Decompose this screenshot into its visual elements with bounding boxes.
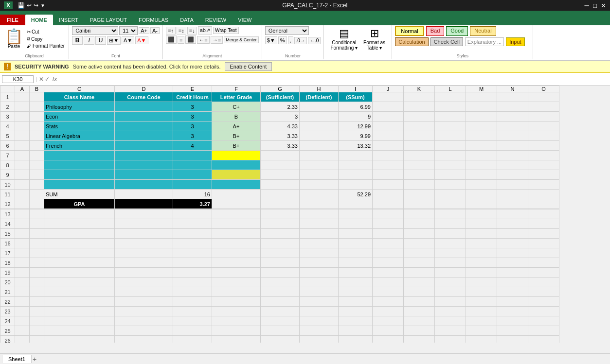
tab-page-layout[interactable]: PAGE LAYOUT bbox=[84, 15, 133, 25]
cell-h1[interactable]: (Deficient) bbox=[300, 92, 339, 102]
tab-formulas[interactable]: FORMULAS bbox=[133, 15, 174, 25]
style-neutral[interactable]: Neutral bbox=[470, 26, 496, 36]
format-as-table-btn[interactable]: ⊞ Format as Table ▾ bbox=[361, 26, 387, 52]
row-header[interactable]: 17 bbox=[0, 248, 15, 258]
indent-increase-btn[interactable]: →≡ bbox=[211, 36, 223, 44]
quick-dropdown[interactable]: ▼ bbox=[40, 3, 45, 8]
cell-f1[interactable]: Letter Grade bbox=[212, 92, 261, 102]
col-header-j[interactable]: J bbox=[373, 86, 404, 92]
indent-decrease-btn[interactable]: ←≡ bbox=[197, 36, 209, 44]
quick-redo[interactable]: ↪ bbox=[34, 2, 38, 9]
cell-i11[interactable]: 52.29 bbox=[339, 190, 373, 199]
col-header-n[interactable]: N bbox=[497, 86, 528, 92]
copy-button[interactable]: ⧉Copy bbox=[26, 35, 66, 42]
row-header[interactable]: 5 bbox=[0, 131, 15, 141]
cell-c1[interactable]: Class Name bbox=[44, 92, 115, 102]
font-color-btn[interactable]: A▼ bbox=[135, 36, 148, 44]
formula-confirm-btn[interactable]: ✓ bbox=[45, 76, 50, 83]
cell-h2[interactable] bbox=[300, 102, 339, 112]
comma-btn[interactable]: , bbox=[288, 36, 293, 44]
currency-btn[interactable]: $▼ bbox=[265, 36, 277, 44]
conditional-formatting-btn[interactable]: ▤ Conditional Formatting ▾ bbox=[328, 26, 359, 52]
col-header-o[interactable]: O bbox=[528, 86, 559, 92]
col-header-i[interactable]: I bbox=[339, 86, 373, 92]
cell-a1[interactable] bbox=[15, 92, 30, 102]
row-header[interactable]: 1 bbox=[0, 92, 15, 102]
row-header[interactable]: 24 bbox=[0, 316, 15, 326]
row-header[interactable]: 23 bbox=[0, 307, 15, 316]
cut-button[interactable]: ✂Cut bbox=[26, 29, 66, 35]
cell-c5[interactable]: Linear Algebra bbox=[44, 131, 115, 141]
align-right-btn[interactable]: ⬛ bbox=[185, 35, 196, 44]
tab-home[interactable]: HOME bbox=[25, 15, 53, 25]
col-header-a[interactable]: A bbox=[15, 86, 30, 92]
row-header[interactable]: 19 bbox=[0, 268, 15, 277]
align-top-left-btn[interactable]: ≡↑ bbox=[166, 27, 176, 35]
underline-btn[interactable]: U bbox=[95, 36, 106, 45]
style-calculation[interactable]: Calculation bbox=[395, 37, 428, 46]
decimal-increase-btn[interactable]: .0→ bbox=[294, 37, 307, 44]
font-decrease-btn[interactable]: A- bbox=[150, 27, 160, 34]
orientation-btn[interactable]: ab↗ bbox=[198, 26, 212, 35]
cell-c11[interactable]: SUM bbox=[44, 190, 115, 199]
tab-review[interactable]: REVIEW bbox=[199, 15, 232, 25]
cell-l1[interactable] bbox=[435, 92, 466, 102]
wrap-text-btn[interactable]: Wrap Text bbox=[213, 27, 239, 34]
cell-c12[interactable]: GPA bbox=[44, 199, 115, 209]
border-btn[interactable]: ⊞▼ bbox=[107, 36, 121, 45]
cell-d2[interactable] bbox=[115, 102, 173, 112]
col-header-g[interactable]: G bbox=[261, 86, 300, 92]
fill-color-btn[interactable]: A▼ bbox=[122, 36, 134, 44]
style-check-cell[interactable]: Check Cell bbox=[431, 37, 463, 46]
row-header[interactable]: 13 bbox=[0, 209, 15, 219]
paste-button[interactable]: 📋 Paste bbox=[3, 28, 25, 50]
cell-e2[interactable]: 3 bbox=[173, 102, 212, 112]
cell-c3[interactable]: Econ bbox=[44, 112, 115, 121]
cell-ref-input[interactable] bbox=[2, 75, 34, 83]
col-header-d[interactable]: D bbox=[115, 86, 173, 92]
style-bad[interactable]: Bad bbox=[426, 26, 445, 36]
style-input[interactable]: Input bbox=[506, 37, 524, 46]
cell-e1[interactable]: Credit Hours bbox=[173, 92, 212, 102]
col-header-e[interactable]: E bbox=[173, 86, 212, 92]
cell-b1[interactable] bbox=[30, 92, 44, 102]
align-center-btn[interactable]: ≡ bbox=[178, 36, 184, 44]
cell-f9-yellow[interactable] bbox=[212, 170, 261, 180]
merge-center-btn[interactable]: Merge & Center bbox=[224, 36, 259, 43]
row-header[interactable]: 9 bbox=[0, 170, 15, 180]
row-header[interactable]: 20 bbox=[0, 277, 15, 287]
row-header[interactable]: 25 bbox=[0, 326, 15, 336]
cell-m1[interactable] bbox=[466, 92, 497, 102]
tab-file[interactable]: FILE bbox=[0, 15, 25, 25]
tab-insert[interactable]: INSERT bbox=[53, 15, 84, 25]
align-top-center-btn[interactable]: ≡↕ bbox=[177, 27, 186, 35]
maximize-btn[interactable]: □ bbox=[593, 2, 597, 9]
cell-e12[interactable]: 3.27 bbox=[173, 199, 212, 209]
quick-save[interactable]: 💾 bbox=[18, 2, 25, 9]
col-header-l[interactable]: L bbox=[435, 86, 466, 92]
row-header[interactable]: 18 bbox=[0, 258, 15, 268]
format-painter-button[interactable]: 🖌Format Painter bbox=[26, 43, 66, 49]
col-header-b[interactable]: B bbox=[30, 86, 44, 92]
cell-g2[interactable]: 2.33 bbox=[261, 102, 300, 112]
row-header[interactable]: 11 bbox=[0, 190, 15, 199]
cell-k1[interactable] bbox=[404, 92, 435, 102]
font-size-select[interactable]: 11 bbox=[119, 26, 138, 35]
cell-f2[interactable]: C+ bbox=[212, 102, 261, 112]
percent-btn[interactable]: % bbox=[278, 36, 287, 44]
cell-c2[interactable]: Philosophy bbox=[44, 102, 115, 112]
row-header[interactable]: 10 bbox=[0, 180, 15, 190]
row-header[interactable]: 8 bbox=[0, 160, 15, 170]
minimize-btn[interactable]: ─ bbox=[584, 2, 589, 9]
row-header[interactable]: 2 bbox=[0, 102, 15, 112]
cell-e11[interactable]: 16 bbox=[173, 190, 212, 199]
row-header[interactable]: 12 bbox=[0, 199, 15, 209]
formula-cancel-btn[interactable]: ✕ bbox=[39, 76, 44, 83]
cell-j1[interactable] bbox=[373, 92, 404, 102]
cell-n1[interactable] bbox=[497, 92, 528, 102]
tab-view[interactable]: VIEW bbox=[232, 15, 257, 25]
style-explanatory[interactable]: Explanatory ... bbox=[465, 37, 504, 46]
decimal-decrease-btn[interactable]: ←.0 bbox=[308, 37, 321, 44]
quick-undo[interactable]: ↩ bbox=[27, 2, 32, 9]
number-format-select[interactable]: General bbox=[265, 26, 309, 35]
